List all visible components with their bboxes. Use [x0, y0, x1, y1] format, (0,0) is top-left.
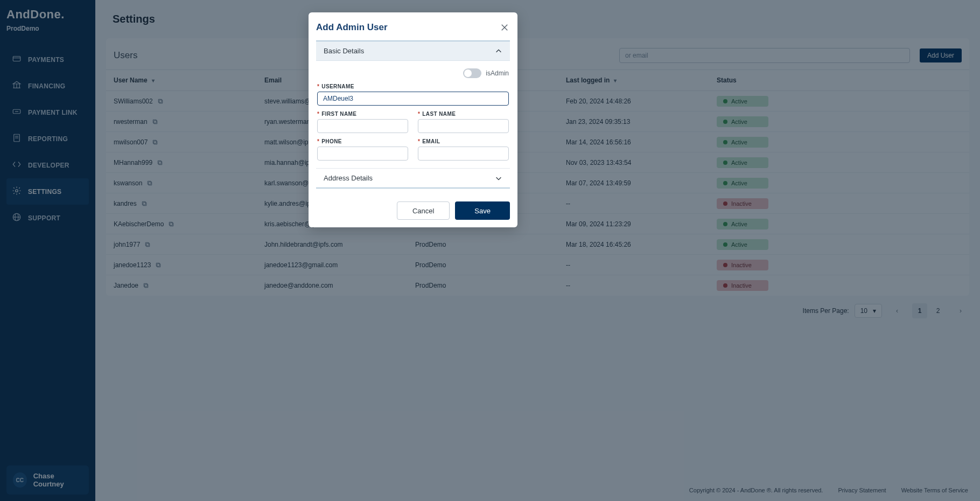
close-icon[interactable] — [499, 22, 510, 33]
last-name-field[interactable] — [418, 119, 509, 133]
isadmin-toggle[interactable] — [463, 68, 481, 78]
username-field[interactable] — [317, 92, 509, 106]
isadmin-label: isAdmin — [486, 69, 509, 77]
email-field[interactable] — [418, 147, 509, 161]
save-button[interactable]: Save — [455, 201, 510, 220]
cancel-button[interactable]: Cancel — [397, 201, 450, 220]
chevron-up-icon — [495, 47, 502, 55]
address-details-accordion[interactable]: Address Details — [316, 168, 510, 189]
modal-title: Add Admin User — [316, 22, 388, 33]
add-admin-user-modal: Add Admin User Basic Details isAdmin *US… — [309, 12, 517, 227]
first-name-field[interactable] — [317, 119, 408, 133]
basic-details-accordion[interactable]: Basic Details — [316, 40, 510, 61]
phone-field[interactable] — [317, 147, 408, 161]
chevron-down-icon — [495, 175, 502, 182]
